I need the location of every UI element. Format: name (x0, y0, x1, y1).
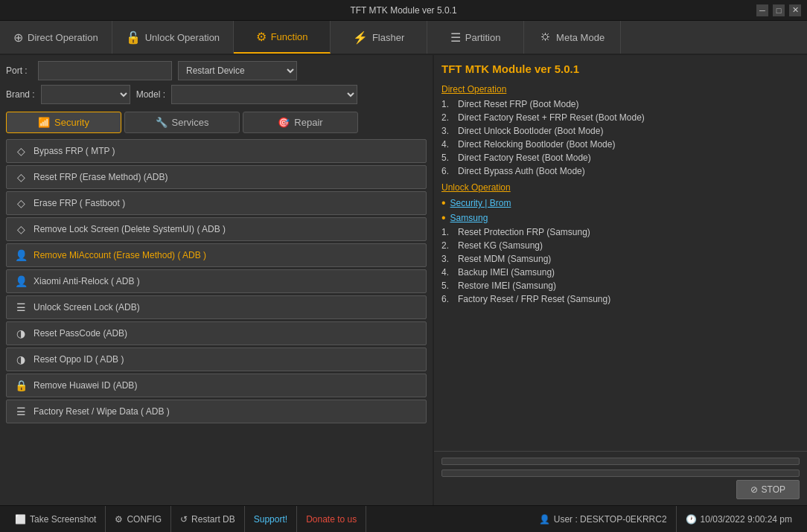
brand-model-controls: Brand : Model : (6, 85, 427, 104)
close-button[interactable]: ✕ (789, 4, 801, 16)
port-label: Port : (6, 65, 32, 76)
sub-tab-repair-label: Repair (294, 117, 322, 128)
port-input[interactable] (38, 61, 172, 80)
stop-icon: ⊘ (750, 484, 758, 495)
metamode-icon: ⛭ (540, 31, 552, 44)
sub-tab-security-label: Security (54, 117, 89, 128)
right-panel: TFT MTK Module ver 5.0.1 Direct Operatio… (434, 55, 807, 451)
config-label: CONFIG (127, 514, 162, 525)
screenshot-btn[interactable]: ⬜ Take Screenshot (6, 506, 106, 532)
tab-direct-label: Direct Operation (28, 32, 98, 43)
op-remove-lock-screen[interactable]: ◇ Remove Lock Screen (Delete SystemUI) (… (6, 217, 427, 241)
security-brom-link[interactable]: Security | Brom (450, 198, 511, 208)
tab-flasher[interactable]: ⚡ Flasher (331, 21, 427, 54)
window-controls: ─ □ ✕ (756, 4, 801, 16)
brand-select[interactable] (41, 85, 130, 104)
bypass-frp-icon: ◇ (14, 145, 28, 157)
op-unlock-screen-label: Unlock Screen Lock (ADB) (34, 302, 140, 313)
tab-metamode[interactable]: ⛭ Meta Mode (524, 21, 621, 54)
stop-area: ⊘ STOP (434, 451, 807, 505)
oppo-id-icon: ◑ (14, 353, 28, 365)
donate-btn[interactable]: Donate to us (297, 506, 366, 532)
op-reset-frp-adb[interactable]: ◇ Reset FRP (Erase Method) (ADB) (6, 165, 427, 189)
port-controls: Port : Restart Device (6, 61, 427, 80)
screenshot-icon: ⬜ (15, 514, 26, 525)
title-bar: TFT MTK Module ver 5.0.1 ─ □ ✕ (0, 0, 807, 21)
restart-db-label: Restart DB (191, 514, 235, 525)
tab-function[interactable]: ⚙ Function (234, 21, 331, 54)
right-container: TFT MTK Module ver 5.0.1 Direct Operatio… (434, 55, 807, 505)
clock-icon: 🕐 (686, 514, 697, 525)
samsung-item-3: 3.Reset MDM (Samsung) (441, 252, 800, 266)
datetime-info: 🕐 10/03/2022 9:00:24 pm (677, 506, 801, 532)
sub-tab-repair[interactable]: 🎯 Repair (243, 112, 358, 133)
services-icon: 🔧 (156, 117, 168, 128)
op-factory-reset-wipe[interactable]: ☰ Factory Reset / Wipe Data ( ADB ) (6, 400, 427, 423)
minimize-button[interactable]: ─ (756, 4, 768, 16)
direct-item-5: 5.Direct Factory Reset (Boot Mode) (441, 151, 800, 164)
op-huawei-id-label: Remove Huawei ID (ADB) (34, 380, 137, 391)
restart-db-btn[interactable]: ↺ Restart DB (171, 506, 245, 532)
model-select[interactable] (171, 85, 357, 104)
factory-reset-icon: ☰ (14, 406, 28, 417)
function-icon: ⚙ (256, 30, 267, 44)
reset-frp-icon: ◇ (14, 171, 28, 183)
passcode-icon: ◑ (14, 327, 28, 339)
tab-function-label: Function (271, 31, 308, 42)
sub-tab-services-label: Services (172, 117, 209, 128)
op-erase-frp[interactable]: ◇ Erase FRP ( Fastboot ) (6, 191, 427, 215)
bullet-security-brom: • Security | Brom (441, 196, 800, 211)
datetime-label: 10/03/2022 9:00:24 pm (701, 514, 792, 525)
op-bypass-frp[interactable]: ◇ Bypass FRP ( MTP ) (6, 139, 427, 163)
bullet-samsung: • Samsung (441, 211, 800, 225)
unlock-operation-title[interactable]: Unlock Operation (441, 182, 800, 193)
status-bar: ⬜ Take Screenshot ⚙ CONFIG ↺ Restart DB … (0, 505, 807, 532)
maximize-button[interactable]: □ (773, 4, 785, 16)
user-icon: 👤 (539, 514, 550, 525)
erase-frp-icon: ◇ (14, 197, 28, 209)
op-xiaomi-anti-relock[interactable]: 👤 Xiaomi Anti-Relock ( ADB ) (6, 269, 427, 293)
sub-tab-services[interactable]: 🔧 Services (124, 112, 240, 133)
miaccount-icon: 👤 (14, 249, 28, 261)
repair-icon: 🎯 (278, 117, 290, 128)
main-area: Port : Restart Device Brand : Model : 📶 … (0, 55, 807, 505)
tab-partition[interactable]: ☰ Partition (427, 21, 524, 54)
tab-direct-operation[interactable]: ⊕ Direct Operation (0, 21, 112, 54)
support-btn[interactable]: Support! (245, 506, 297, 532)
sub-tab-security[interactable]: 📶 Security (6, 112, 121, 133)
operation-list: ◇ Bypass FRP ( MTP ) ◇ Reset FRP (Erase … (6, 139, 427, 499)
stop-button[interactable]: ⊘ STOP (736, 480, 800, 499)
stop-label: STOP (762, 484, 785, 495)
config-btn[interactable]: ⚙ CONFIG (106, 506, 171, 532)
op-unlock-screen-lock[interactable]: ☰ Unlock Screen Lock (ADB) (6, 295, 427, 319)
op-miaccount-label: Remove MiAccount (Erase Method) ( ADB ) (34, 250, 206, 260)
lock-screen-icon: ◇ (14, 223, 28, 235)
op-factory-reset-label: Factory Reset / Wipe Data ( ADB ) (34, 406, 170, 417)
direct-operation-title[interactable]: Direct Operation (441, 84, 800, 94)
tab-flasher-label: Flasher (372, 32, 404, 43)
user-info: 👤 User : DESKTOP-0EKRRC2 (530, 506, 677, 532)
stop-row: ⊘ STOP (441, 480, 800, 499)
samsung-link[interactable]: Samsung (450, 213, 488, 223)
donate-link[interactable]: Donate to us (306, 514, 357, 525)
window-title: TFT MTK Module ver 5.0.1 (51, 5, 756, 16)
samsung-item-1: 1.Reset Protection FRP (Samsung) (441, 225, 800, 239)
op-reset-frp-label: Reset FRP (Erase Method) (ADB) (34, 172, 168, 182)
op-reset-oppo-id[interactable]: ◑ Reset Oppo ID ( ADB ) (6, 347, 427, 371)
restart-db-icon: ↺ (180, 514, 188, 525)
bullet-dot-1: • (441, 197, 446, 209)
anti-relock-icon: 👤 (14, 275, 28, 287)
support-link[interactable]: Support! (254, 514, 287, 525)
restart-select[interactable]: Restart Device (178, 61, 297, 80)
tab-unlock-operation[interactable]: 🔓 Unlock Operation (112, 21, 234, 54)
samsung-item-5: 5.Restore IMEI (Samsung) (441, 279, 800, 292)
nav-tabs: ⊕ Direct Operation 🔓 Unlock Operation ⚙ … (0, 21, 807, 55)
flasher-icon: ⚡ (353, 31, 368, 45)
op-remove-miaccount[interactable]: 👤 Remove MiAccount (Erase Method) ( ADB … (6, 243, 427, 267)
op-remove-huawei-id[interactable]: 🔒 Remove Huawei ID (ADB) (6, 374, 427, 397)
direct-item-4: 4.Direct Relocking Bootloder (Boot Mode) (441, 138, 800, 151)
user-label: User : DESKTOP-0EKRRC2 (554, 514, 667, 525)
op-reset-passcode[interactable]: ◑ Reset PassCode (ADB) (6, 321, 427, 345)
sub-tabs: 📶 Security 🔧 Services 🎯 Repair (6, 112, 427, 133)
partition-icon: ☰ (450, 31, 461, 45)
